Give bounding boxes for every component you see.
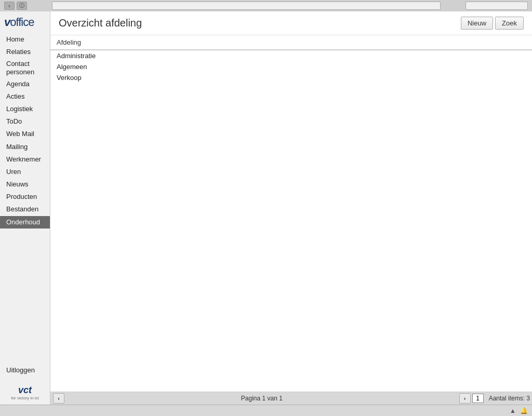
page-info-text: Pagina 1 van 1 <box>241 395 283 402</box>
table-area: Afdeling AdministratieAlgemeenVerkoop <box>50 35 532 392</box>
page-info: Pagina 1 van 1 <box>65 395 459 402</box>
up-arrow-icon[interactable]: ▲ <box>510 407 516 414</box>
afdeling-table: Afdeling AdministratieAlgemeenVerkoop <box>50 35 532 83</box>
header-buttons: Nieuw Zoek <box>461 17 524 30</box>
sidebar-item-nieuws[interactable]: Nieuws <box>0 178 50 191</box>
browser-nav: ‹ ⓘ <box>4 2 27 10</box>
logout-area: Uitloggen <box>0 362 50 379</box>
table-cell: Administratie <box>50 50 532 61</box>
table-cell: Algemeen <box>50 61 532 72</box>
vct-logo-text: vct for victory in ict <box>11 385 38 400</box>
prev-page-button[interactable]: ‹ <box>53 393 64 404</box>
next-page-button[interactable]: › <box>459 393 471 404</box>
sidebar-item-agenda[interactable]: Agenda <box>0 78 50 90</box>
sidebar-item-contactpersonen[interactable]: Contactpersonen <box>0 58 50 77</box>
sidebar-item-werknemer[interactable]: Werknemer <box>0 153 50 166</box>
items-count: Aantal items: 3 <box>489 395 530 402</box>
table-cell: Verkoop <box>50 72 532 83</box>
bell-icon[interactable]: 🔔 <box>520 407 528 414</box>
table-row[interactable]: Verkoop <box>50 72 532 83</box>
col-afdeling: Afdeling <box>50 35 532 50</box>
sidebar-item-bestanden[interactable]: Bestanden <box>0 203 50 216</box>
main-content: Overzicht afdeling Nieuw Zoek Afdeling A… <box>50 11 532 405</box>
browser-top-bar: ‹ ⓘ <box>0 0 532 11</box>
sidebar-item-logistiek[interactable]: Logistiek <box>0 103 50 115</box>
sidebar-item-relaties[interactable]: Relaties <box>0 46 50 58</box>
back-button[interactable]: ‹ <box>4 2 15 10</box>
sidebar-item-home[interactable]: Home <box>0 33 50 46</box>
logo-office: office <box>10 16 34 29</box>
sidebar-item-acties[interactable]: Acties <box>0 90 50 103</box>
pagination-bar: ‹ Pagina 1 van 1 › 1 Aantal items: 3 <box>50 392 532 405</box>
logout-button[interactable]: Uitloggen <box>6 364 44 377</box>
logo-v: v <box>4 16 10 29</box>
main-header: Overzicht afdeling Nieuw Zoek <box>50 11 532 35</box>
table-row[interactable]: Administratie <box>50 50 532 61</box>
status-bar: ▲ 🔔 <box>0 405 532 416</box>
app-logo: voffice <box>4 16 34 29</box>
address-bar[interactable] <box>52 2 441 10</box>
page-title: Overzicht afdeling <box>59 17 142 29</box>
search-button[interactable]: Zoek <box>495 17 524 30</box>
table-row[interactable]: Algemeen <box>50 61 532 72</box>
logo-area: voffice <box>0 11 50 31</box>
sidebar-item-todo[interactable]: ToDo <box>0 115 50 128</box>
info-button[interactable]: ⓘ <box>17 2 27 10</box>
vct-logo: vct for victory in ict <box>0 379 50 405</box>
sidebar-item-onderhoud[interactable]: Onderhoud <box>0 216 50 229</box>
current-page-number[interactable]: 1 <box>472 394 484 403</box>
sidebar-item-webmail[interactable]: Web Mail <box>0 128 50 140</box>
nav-menu: Home Relaties Contactpersonen Agenda Act… <box>0 31 50 358</box>
sidebar-item-producten[interactable]: Producten <box>0 191 50 203</box>
new-button[interactable]: Nieuw <box>461 17 493 30</box>
browser-search-bar[interactable] <box>466 2 528 10</box>
sidebar-item-uren[interactable]: Uren <box>0 166 50 178</box>
sidebar: voffice Home Relaties Contactpersonen Ag… <box>0 11 50 405</box>
sidebar-item-mailing[interactable]: Mailing <box>0 141 50 153</box>
